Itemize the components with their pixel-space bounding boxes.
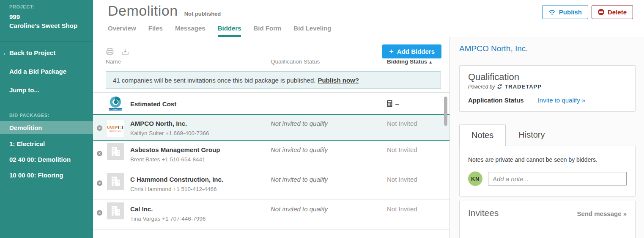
page-title: Demolition bbox=[108, 3, 178, 19]
tab-files[interactable]: Files bbox=[148, 25, 163, 37]
company-logo-ampco: AMPCO NORTH, INC. bbox=[107, 120, 124, 137]
no-entry-icon bbox=[598, 9, 604, 15]
bidding-status: Not Invited bbox=[387, 205, 417, 213]
estimated-cost-row[interactable]: MY COMPANY LOGO Estimated Cost bbox=[93, 92, 449, 114]
app-window: PROJECT: 999 Caroline's Sweet Shop ← Bac… bbox=[0, 0, 644, 238]
download-icon[interactable] bbox=[121, 47, 129, 56]
bidder-row-asbestos[interactable]: × bbox=[93, 141, 449, 170]
svg-text:MY COMPANY LOGO: MY COMPANY LOGO bbox=[108, 109, 123, 111]
bidding-status: Not Invited bbox=[387, 120, 417, 127]
publish-status-badge: Not published bbox=[184, 11, 221, 17]
tab-bidders[interactable]: Bidders bbox=[218, 25, 241, 37]
remove-bidder-icon[interactable]: × bbox=[97, 180, 102, 186]
bidder-contact: Brent Bates +1 510-654-8441 bbox=[130, 156, 206, 163]
bidder-row-ampco[interactable]: × AMPCO NORTH, INC. AMPCO North, Inc. Ka… bbox=[93, 114, 449, 141]
invitees-title: Invitees bbox=[468, 208, 499, 218]
panel-company-name[interactable]: AMPCO North, Inc. bbox=[459, 44, 636, 53]
bidders-table: + Add Bidders Name Qualification Status … bbox=[93, 37, 449, 238]
banner-text: 41 companies will be sent invitations on… bbox=[113, 77, 315, 84]
bidder-name: AMPCO North, Inc. bbox=[130, 120, 187, 127]
bidder-name: Asbestos Management Group bbox=[130, 146, 220, 153]
company-placeholder-icon bbox=[107, 173, 124, 190]
add-bidders-label: Add Bidders bbox=[397, 48, 435, 55]
remove-bidder-icon[interactable]: × bbox=[97, 151, 102, 156]
delete-button-label: Delete bbox=[608, 8, 627, 16]
tab-notes[interactable]: Notes bbox=[459, 125, 506, 146]
tab-bar: Overview Files Messages Bidders Bid Form… bbox=[93, 25, 332, 37]
user-avatar: KN bbox=[468, 172, 482, 186]
remove-bidder-icon[interactable]: × bbox=[97, 125, 102, 131]
publish-button[interactable]: Publish bbox=[542, 5, 588, 19]
bidder-name: C Hammond Construction, Inc. bbox=[130, 176, 223, 183]
sidebar-item-024000-demolition[interactable]: 02 40 00: Demolition bbox=[0, 153, 93, 166]
invitees-card: Invitees Send message » bbox=[459, 201, 636, 238]
qualification-status: Not invited to qualify bbox=[271, 120, 328, 127]
column-header-qualification-status[interactable]: Qualification Status bbox=[271, 58, 320, 65]
bidder-name: Cal Inc. bbox=[130, 205, 153, 213]
main-area: Demolition Not published Overview Files … bbox=[93, 0, 644, 238]
company-logo-estimated-cost: MY COMPANY LOGO bbox=[107, 95, 124, 112]
sidebar-item-demolition[interactable]: Demolition bbox=[0, 121, 93, 134]
tab-history[interactable]: History bbox=[506, 125, 545, 146]
add-bidders-button[interactable]: + Add Bidders bbox=[382, 44, 441, 58]
application-status-label: Application Status bbox=[468, 97, 524, 104]
column-header-name[interactable]: Name bbox=[106, 58, 121, 65]
publish-now-link[interactable]: Publish now? bbox=[318, 77, 359, 84]
company-placeholder-icon bbox=[107, 143, 124, 160]
sidebar-divider bbox=[0, 42, 93, 42]
column-header-bidding-status[interactable]: Bidding Status▲ bbox=[387, 58, 433, 65]
invite-to-qualify-link[interactable]: Invite to qualify » bbox=[538, 97, 586, 104]
calculator-icon bbox=[387, 100, 392, 107]
project-name: Caroline's Sweet Shop bbox=[0, 21, 93, 30]
table-scrollbar-thumb[interactable] bbox=[444, 97, 447, 126]
back-arrow-icon: ← bbox=[3, 49, 9, 56]
bidder-detail-panel: AMPCO North, Inc. Qualification Powered … bbox=[449, 37, 644, 238]
bid-packages-label: BID PACKAGES: bbox=[0, 113, 93, 118]
tab-messages[interactable]: Messages bbox=[175, 25, 206, 37]
powered-by-label: Powered by bbox=[468, 84, 495, 90]
table-column-headers: Name Qualification Status Bidding Status… bbox=[93, 58, 449, 68]
publish-button-label: Publish bbox=[559, 8, 582, 16]
qualification-card: Qualification Powered by TRADETAPP bbox=[459, 65, 636, 112]
bidder-row-c-hammond[interactable]: × bbox=[93, 170, 449, 200]
print-icon[interactable] bbox=[106, 47, 114, 56]
qualification-status: Not invited to qualify bbox=[271, 205, 328, 213]
bidder-contact: Kaitlyn Suiter +1 669-400-7366 bbox=[130, 130, 209, 136]
remove-bidder-icon[interactable]: × bbox=[97, 210, 102, 216]
jump-to-link[interactable]: Jump to... bbox=[0, 86, 93, 94]
bidder-contact: Chris Hammond +1 510-412-4466 bbox=[130, 186, 217, 192]
plus-icon: + bbox=[389, 48, 394, 55]
tradetapp-logo-icon bbox=[497, 84, 502, 89]
sort-asc-icon: ▲ bbox=[428, 60, 433, 64]
notes-card: Notes are private and cannot be seen by … bbox=[459, 146, 636, 196]
tradetapp-brand-label: TRADETAPP bbox=[504, 83, 541, 90]
bidder-row-cal-inc[interactable]: × bbox=[93, 200, 449, 230]
qualification-status: Not invited to qualify bbox=[271, 146, 328, 153]
tab-overview[interactable]: Overview bbox=[108, 25, 136, 37]
back-to-project-label: Back to Project bbox=[9, 49, 55, 56]
estimated-cost-value: – bbox=[395, 100, 399, 107]
project-label: PROJECT: bbox=[0, 0, 93, 9]
company-placeholder-icon bbox=[107, 202, 124, 219]
sidebar-item-electrical[interactable]: 1: Electrical bbox=[0, 138, 93, 150]
bidder-contact: Tina Vargas +1 707-446-7996 bbox=[130, 216, 206, 222]
bidding-status: Not Invited bbox=[387, 146, 417, 153]
add-bid-package-link[interactable]: Add a Bid Package bbox=[0, 68, 93, 75]
sidebar-item-100000-flooring[interactable]: 10 00 00: Flooring bbox=[0, 169, 93, 181]
send-message-link[interactable]: Send message » bbox=[577, 210, 627, 217]
publish-info-banner: 41 companies will be sent invitations on… bbox=[106, 71, 441, 89]
bid-package-header: Demolition Not published Overview Files … bbox=[93, 0, 644, 37]
project-sidebar: PROJECT: 999 Caroline's Sweet Shop ← Bac… bbox=[0, 0, 93, 238]
add-note-input[interactable] bbox=[488, 172, 627, 185]
estimated-cost-label: Estimated Cost bbox=[130, 100, 176, 108]
notes-privacy-text: Notes are private and cannot be seen by … bbox=[468, 156, 627, 163]
publish-icon bbox=[548, 9, 556, 15]
delete-button[interactable]: Delete bbox=[592, 5, 633, 19]
back-to-project-link[interactable]: ← Back to Project bbox=[0, 49, 93, 56]
bidding-status: Not Invited bbox=[387, 176, 417, 183]
qualification-title: Qualification bbox=[468, 72, 627, 83]
project-number: 999 bbox=[0, 12, 93, 21]
tab-bid-form[interactable]: Bid Form bbox=[253, 25, 281, 37]
qualification-status: Not invited to qualify bbox=[271, 176, 328, 183]
tab-bid-leveling[interactable]: Bid Leveling bbox=[293, 25, 331, 37]
